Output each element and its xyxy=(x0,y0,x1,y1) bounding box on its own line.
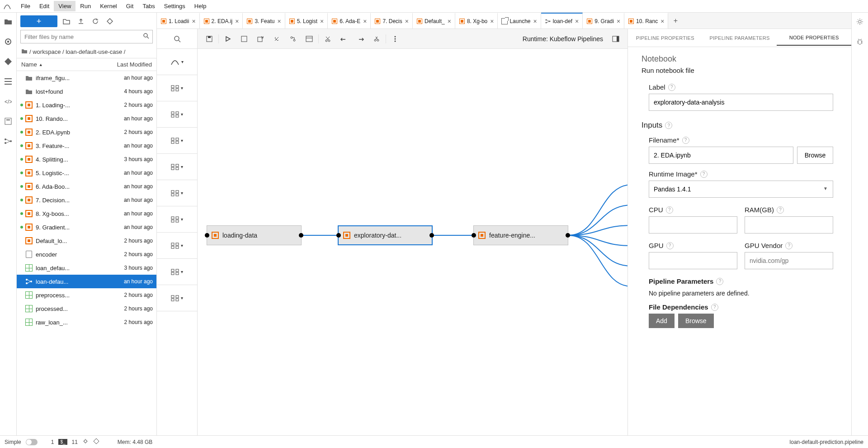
props-tab[interactable]: PIPELINE PROPERTIES xyxy=(628,31,703,45)
tab[interactable]: 10. Ranc× xyxy=(624,13,668,29)
tab[interactable]: 2. EDA.ij× xyxy=(200,13,243,29)
menu-settings[interactable]: Settings xyxy=(160,1,190,11)
browse-deps-button[interactable]: Browse xyxy=(678,314,714,328)
gear-icon[interactable] xyxy=(855,17,864,26)
pipeline-node[interactable]: exploratory-dat... xyxy=(338,225,433,245)
git-icon[interactable] xyxy=(4,57,13,66)
redo-icon[interactable] xyxy=(352,32,368,46)
file-row[interactable]: Default_lo...2 hours ago xyxy=(17,234,156,248)
new-tab-button[interactable]: + xyxy=(668,13,683,29)
props-tab[interactable]: PIPELINE PARAMETERS xyxy=(703,31,777,45)
browse-button[interactable]: Browse xyxy=(797,147,833,164)
close-icon[interactable]: × xyxy=(192,18,195,25)
input-port[interactable] xyxy=(336,233,341,238)
git-file-icon[interactable] xyxy=(104,16,115,27)
file-row[interactable]: 9. Gradient...an hour ago xyxy=(17,220,156,234)
cpu-input[interactable] xyxy=(649,216,737,234)
file-row[interactable]: loan_defau...3 hours ago xyxy=(17,261,156,275)
menu-git[interactable]: Git xyxy=(122,1,138,11)
props-tab[interactable]: NODE PROPERTIES xyxy=(777,30,851,46)
output-port[interactable] xyxy=(566,233,570,238)
tab[interactable]: 9. Gradi× xyxy=(583,13,624,29)
mode-toggle[interactable] xyxy=(26,439,38,445)
clear-icon[interactable] xyxy=(269,32,285,46)
kernel-status-icon[interactable] xyxy=(82,438,89,446)
help-icon[interactable]: ? xyxy=(785,242,793,249)
file-row[interactable]: 7. Decision...an hour ago xyxy=(17,193,156,207)
close-icon[interactable]: × xyxy=(533,18,537,25)
palette-category[interactable]: ▾ xyxy=(157,259,197,285)
help-icon[interactable]: ? xyxy=(666,242,674,249)
input-port[interactable] xyxy=(205,233,209,238)
help-icon[interactable]: ? xyxy=(668,84,675,91)
tab[interactable]: 8. Xg-bo× xyxy=(455,13,498,29)
close-icon[interactable]: × xyxy=(660,18,664,25)
file-row[interactable]: loan-defau...an hour ago xyxy=(17,275,156,288)
extensions-icon[interactable]: </> xyxy=(4,97,13,106)
terminals-1[interactable]: 1 xyxy=(51,439,54,445)
help-icon[interactable]: ? xyxy=(700,171,708,178)
undo-icon[interactable] xyxy=(336,32,352,46)
add-button[interactable]: Add xyxy=(649,314,675,328)
cut-icon[interactable] xyxy=(320,32,336,46)
toc-icon[interactable] xyxy=(4,77,13,86)
file-row[interactable]: 3. Feature-...an hour ago xyxy=(17,139,156,153)
upload-icon[interactable] xyxy=(75,16,86,27)
run-icon[interactable] xyxy=(220,32,236,46)
delete-node-icon[interactable] xyxy=(368,32,385,46)
file-row[interactable]: 5. Logistic-...an hour ago xyxy=(17,166,156,180)
tab[interactable]: loan-def× xyxy=(541,13,583,29)
pipeline-node[interactable]: loading-data xyxy=(207,225,302,245)
palette-category[interactable]: ▾ xyxy=(157,233,197,259)
palette-category[interactable]: ▾ xyxy=(157,206,197,233)
close-icon[interactable]: × xyxy=(575,18,579,25)
export-icon[interactable] xyxy=(252,32,269,46)
output-port[interactable] xyxy=(429,233,434,238)
catalog-icon[interactable] xyxy=(4,117,13,126)
toggle-panel-icon[interactable] xyxy=(608,32,624,46)
new-folder-icon[interactable] xyxy=(61,16,72,27)
file-row[interactable]: preprocess...2 hours ago xyxy=(17,288,156,302)
file-row[interactable]: 6. Ada-Boo...an hour ago xyxy=(17,180,156,193)
close-icon[interactable]: × xyxy=(363,18,367,25)
palette-category[interactable]: ▾ xyxy=(157,180,197,206)
output-port[interactable] xyxy=(299,233,303,238)
close-icon[interactable]: × xyxy=(320,18,324,25)
menu-edit[interactable]: Edit xyxy=(35,1,54,11)
panel-icon[interactable] xyxy=(301,32,317,46)
close-icon[interactable]: × xyxy=(277,18,281,25)
breadcrumb[interactable]: / workspace / loan-default-use-case / xyxy=(17,46,156,58)
gpu-vendor-input[interactable] xyxy=(745,252,833,269)
menu-help[interactable]: Help xyxy=(190,1,211,11)
palette-category[interactable]: ▾ xyxy=(157,285,197,311)
file-row[interactable]: 8. Xg-boos...an hour ago xyxy=(17,207,156,220)
palette-category[interactable]: ▾ xyxy=(157,101,197,128)
palette-search-icon[interactable] xyxy=(157,29,197,49)
palette-category[interactable]: ▾ xyxy=(157,128,197,154)
tab[interactable]: 1. Loadii× xyxy=(157,13,200,29)
file-row[interactable]: encoder2 hours ago xyxy=(17,248,156,261)
ram-input[interactable] xyxy=(745,216,833,234)
file-row[interactable]: iframe_figu...an hour ago xyxy=(17,71,156,85)
file-row[interactable]: 10. Rando...an hour ago xyxy=(17,112,156,125)
tab[interactable]: 3. Featu× xyxy=(243,13,285,29)
close-icon[interactable]: × xyxy=(448,18,451,25)
help-icon[interactable]: ? xyxy=(711,304,718,311)
menu-view[interactable]: View xyxy=(54,1,75,11)
git-status-icon[interactable] xyxy=(93,438,99,446)
help-icon[interactable]: ? xyxy=(682,137,689,144)
file-row[interactable]: 1. Loading-...2 hours ago xyxy=(17,98,156,112)
running-icon[interactable] xyxy=(4,37,13,46)
palette-category-elyra[interactable]: ▾ xyxy=(157,49,197,75)
menu-kernel[interactable]: Kernel xyxy=(95,1,122,11)
help-icon[interactable]: ? xyxy=(666,206,673,214)
file-row[interactable]: raw_loan_...2 hours ago xyxy=(17,315,156,329)
refresh-icon[interactable] xyxy=(90,16,101,27)
file-row[interactable]: lost+found4 hours ago xyxy=(17,85,156,98)
folder-icon[interactable] xyxy=(4,17,13,26)
debug-icon[interactable] xyxy=(855,37,864,46)
pipeline-canvas[interactable]: loading-dataexploratory-dat...feature-en… xyxy=(198,49,627,435)
terminals-2[interactable]: 11 xyxy=(72,439,78,445)
palette-category[interactable]: ▾ xyxy=(157,75,197,101)
help-icon[interactable]: ? xyxy=(777,206,784,214)
